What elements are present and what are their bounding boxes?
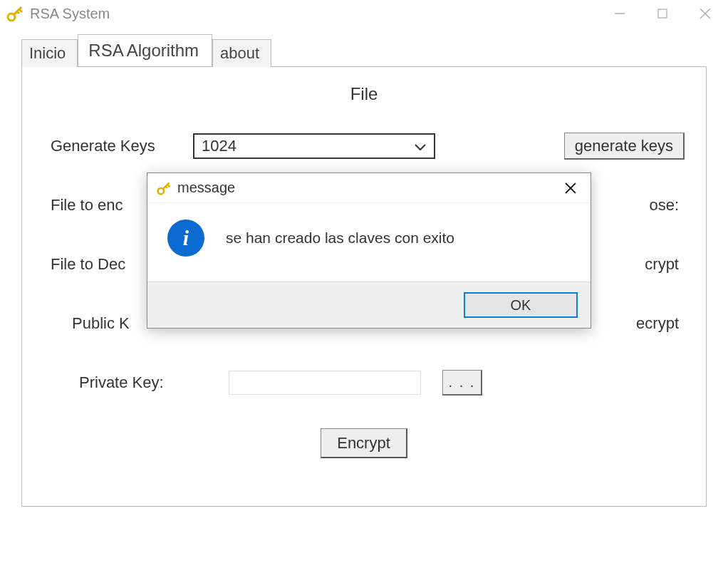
- key-size-select[interactable]: 1024: [193, 133, 435, 159]
- tab-inicio[interactable]: Inicio: [21, 39, 78, 67]
- dialog-title: message: [177, 180, 235, 196]
- generate-keys-label: Generate Keys: [43, 137, 193, 155]
- dialog-message: se han creado las claves con exito: [226, 229, 454, 247]
- tab-about[interactable]: about: [212, 39, 271, 67]
- svg-line-11: [166, 186, 168, 188]
- key-icon: [156, 180, 172, 196]
- key-size-value: 1024: [202, 137, 236, 155]
- window-titlebar: RSA System: [0, 0, 728, 27]
- browse-private-key-button[interactable]: . . .: [442, 370, 482, 396]
- tab-rsa-algorithm[interactable]: RSA Algorithm: [78, 34, 212, 66]
- window-title: RSA System: [30, 6, 110, 22]
- window-maximize-button[interactable]: [641, 0, 684, 27]
- svg-line-2: [19, 9, 22, 12]
- private-key-input[interactable]: [229, 371, 421, 395]
- tab-strip: Inicio RSA Algorithm about: [21, 34, 728, 66]
- dialog-body: i se han creado las claves con exito: [147, 203, 591, 282]
- key-icon: [6, 4, 24, 23]
- right-crypt-text: crypt: [645, 255, 679, 274]
- svg-line-3: [17, 11, 19, 14]
- encrypt-button[interactable]: Encrypt: [321, 428, 407, 458]
- info-icon: i: [167, 220, 204, 257]
- message-dialog: message i se han creado las claves con e…: [147, 172, 591, 329]
- dialog-close-button[interactable]: [556, 173, 585, 203]
- generate-keys-button[interactable]: generate keys: [564, 133, 685, 160]
- panel-heading: File: [43, 84, 685, 104]
- svg-rect-5: [658, 9, 667, 18]
- svg-line-10: [167, 184, 170, 186]
- dialog-ok-button[interactable]: OK: [464, 292, 578, 318]
- dialog-titlebar: message: [147, 173, 591, 203]
- window-close-button[interactable]: [684, 0, 727, 27]
- chevron-down-icon: [414, 137, 427, 155]
- private-key-label: Private Key:: [43, 373, 229, 392]
- window-minimize-button[interactable]: [598, 0, 641, 27]
- dialog-footer: OK: [147, 282, 591, 328]
- right-ecrypt-text: ecrypt: [636, 314, 679, 333]
- choose-suffix-text: ose:: [649, 196, 679, 215]
